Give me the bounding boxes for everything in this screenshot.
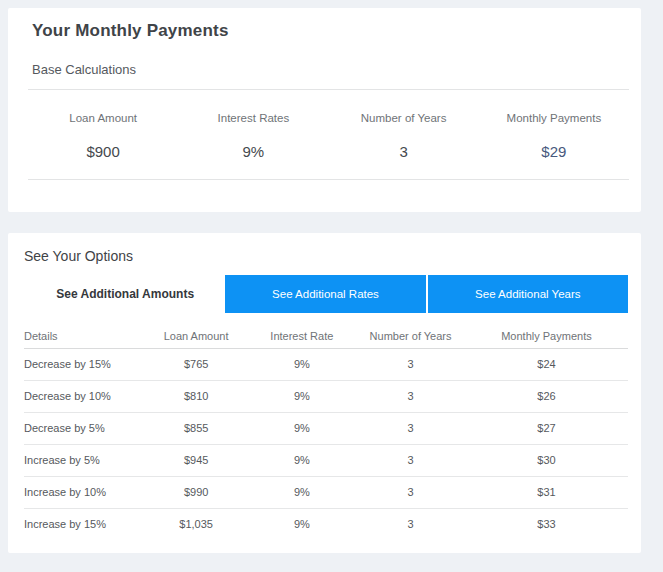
table-row: Increase by 15% $1,035 9% 3 $33 (24, 508, 628, 540)
table-row: Decrease by 5% $855 9% 3 $27 (24, 412, 628, 444)
divider (28, 179, 629, 180)
cell-loan-amount: $990 (145, 476, 248, 508)
monthly-payments-header: Monthly Payments (479, 111, 629, 125)
base-calculation-summary: Loan Amount $900 Interest Rates 9% Numbe… (28, 90, 629, 162)
page-title: Your Monthly Payments (32, 20, 617, 42)
table-row: Increase by 10% $990 9% 3 $31 (24, 476, 628, 508)
summary-col-loan-amount: Loan Amount $900 (28, 90, 178, 162)
tab-see-additional-amounts[interactable]: See Additional Amounts (25, 275, 225, 313)
number-of-years-header: Number of Years (329, 111, 479, 125)
number-of-years-value: 3 (329, 142, 479, 162)
cell-loan-amount: $1,035 (145, 508, 248, 540)
cell-monthly-payments: $27 (465, 412, 628, 444)
cell-number-of-years: 3 (356, 380, 465, 412)
cell-number-of-years: 3 (356, 444, 465, 476)
interest-rates-header: Interest Rates (178, 111, 328, 125)
header-interest-rate: Interest Rate (247, 325, 356, 348)
summary-col-interest-rates: Interest Rates 9% (178, 90, 328, 162)
loan-calculator-page: Your Monthly Payments Base Calculations … (0, 0, 663, 572)
cell-number-of-years: 3 (356, 412, 465, 444)
cell-interest-rate: 9% (247, 508, 356, 540)
interest-rates-value: 9% (178, 142, 328, 162)
summary-col-number-of-years: Number of Years 3 (329, 90, 479, 162)
header-number-of-years: Number of Years (356, 325, 465, 348)
header-monthly-payments: Monthly Payments (465, 325, 628, 348)
loan-amount-header: Loan Amount (28, 111, 178, 125)
options-card: See Your Options See Additional Amounts … (8, 233, 641, 553)
tab-see-additional-rates[interactable]: See Additional Rates (225, 275, 425, 313)
options-table: Details Loan Amount Interest Rate Number… (24, 325, 628, 540)
cell-monthly-payments: $24 (465, 348, 628, 380)
table-header-row: Details Loan Amount Interest Rate Number… (24, 325, 628, 348)
monthly-payments-value: $29 (479, 142, 629, 162)
cell-details: Increase by 10% (24, 476, 145, 508)
cell-details: Increase by 15% (24, 508, 145, 540)
loan-amount-value: $900 (28, 142, 178, 162)
cell-details: Decrease by 15% (24, 348, 145, 380)
cell-monthly-payments: $30 (465, 444, 628, 476)
cell-number-of-years: 3 (356, 348, 465, 380)
monthly-payments-card: Your Monthly Payments Base Calculations … (8, 8, 641, 212)
table-row: Decrease by 15% $765 9% 3 $24 (24, 348, 628, 380)
cell-details: Decrease by 5% (24, 412, 145, 444)
options-tab-bar: See Additional Amounts See Additional Ra… (25, 275, 628, 313)
header-details: Details (24, 325, 145, 348)
cell-loan-amount: $945 (145, 444, 248, 476)
cell-interest-rate: 9% (247, 476, 356, 508)
cell-loan-amount: $810 (145, 380, 248, 412)
summary-col-monthly-payments: Monthly Payments $29 (479, 90, 629, 162)
options-title: See Your Options (24, 246, 625, 266)
cell-interest-rate: 9% (247, 412, 356, 444)
table-row: Increase by 5% $945 9% 3 $30 (24, 444, 628, 476)
cell-details: Decrease by 10% (24, 380, 145, 412)
header-loan-amount: Loan Amount (145, 325, 248, 348)
cell-interest-rate: 9% (247, 380, 356, 412)
table-row: Decrease by 10% $810 9% 3 $26 (24, 380, 628, 412)
cell-monthly-payments: $33 (465, 508, 628, 540)
base-calculations-label: Base Calculations (32, 62, 617, 78)
cell-number-of-years: 3 (356, 476, 465, 508)
cell-loan-amount: $855 (145, 412, 248, 444)
cell-interest-rate: 9% (247, 348, 356, 380)
cell-loan-amount: $765 (145, 348, 248, 380)
cell-number-of-years: 3 (356, 508, 465, 540)
cell-monthly-payments: $26 (465, 380, 628, 412)
cell-monthly-payments: $31 (465, 476, 628, 508)
tab-see-additional-years[interactable]: See Additional Years (426, 275, 628, 313)
cell-interest-rate: 9% (247, 444, 356, 476)
cell-details: Increase by 5% (24, 444, 145, 476)
